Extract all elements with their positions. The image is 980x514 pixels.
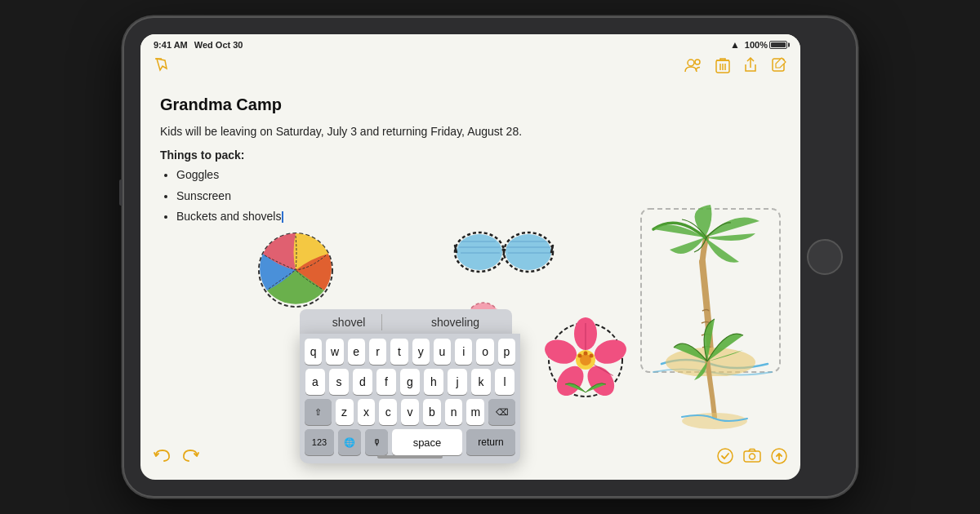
key-numbers[interactable]: 123: [305, 429, 334, 455]
key-v[interactable]: v: [401, 399, 419, 425]
cursor-tool[interactable]: [154, 57, 170, 78]
key-n[interactable]: n: [445, 399, 463, 425]
undo-button[interactable]: [154, 448, 172, 468]
key-r[interactable]: r: [369, 339, 386, 365]
home-indicator: [377, 455, 443, 459]
svg-point-41: [590, 354, 594, 358]
key-c[interactable]: c: [379, 399, 397, 425]
keyboard-bottom-row: 123 🌐 🎙 space return: [305, 429, 515, 455]
keyboard-row-2: a s d f g h j k l: [305, 369, 515, 395]
key-q[interactable]: q: [305, 339, 322, 365]
svg-point-43: [718, 449, 733, 463]
key-y[interactable]: y: [412, 339, 430, 365]
svg-point-1: [695, 60, 700, 64]
key-i[interactable]: i: [455, 339, 472, 365]
key-shift[interactable]: ⇧: [305, 399, 332, 425]
notes-toolbar: [140, 54, 800, 82]
key-w[interactable]: w: [326, 339, 343, 365]
toolbar-actions: [684, 57, 787, 78]
key-z[interactable]: z: [336, 399, 354, 425]
delete-button[interactable]: [715, 57, 730, 78]
key-f[interactable]: f: [376, 369, 396, 395]
bottom-toolbar-left: [154, 448, 199, 468]
autocorrect-bar: shovel shoveling: [300, 309, 512, 335]
bottom-toolbar-right: [717, 448, 787, 468]
key-o[interactable]: o: [476, 339, 493, 365]
keyboard-row-3: ⇧ z x c v b n m ⌫: [305, 399, 515, 425]
key-mic[interactable]: 🎙: [365, 429, 388, 455]
share-people-button[interactable]: [684, 58, 702, 77]
side-button[interactable]: [119, 179, 122, 206]
sticker-sunglasses: [451, 221, 557, 282]
key-l[interactable]: l: [495, 369, 514, 395]
status-right: ▲ 100%: [730, 39, 787, 51]
sticker-flower: [541, 311, 630, 401]
ipad-screen: 9:41 AM Wed Oct 30 ▲ 100%: [140, 34, 800, 480]
svg-point-0: [688, 60, 694, 66]
key-space[interactable]: space: [392, 429, 462, 455]
key-g[interactable]: g: [400, 369, 420, 395]
cursor-icon: [154, 57, 170, 73]
key-return[interactable]: return: [466, 429, 515, 455]
wifi-icon: ▲: [730, 39, 740, 51]
main-content: Grandma Camp Kids will be leaving on Sat…: [140, 82, 800, 480]
checkmark-button[interactable]: [717, 448, 733, 468]
compose-button[interactable]: [771, 57, 787, 78]
battery-fill: [771, 42, 786, 47]
svg-point-11: [457, 234, 502, 270]
battery-indicator: 100%: [745, 40, 787, 50]
date-display: Wed Oct 30: [194, 40, 243, 50]
key-d[interactable]: d: [353, 369, 372, 395]
note-body: Kids will be leaving on Saturday, July 3…: [160, 122, 781, 140]
svg-point-45: [750, 454, 755, 459]
key-x[interactable]: x: [358, 399, 376, 425]
key-j[interactable]: j: [448, 369, 467, 395]
key-t[interactable]: t: [390, 339, 408, 365]
keyboard-row-1: q w e r t y u i o p: [305, 339, 515, 365]
battery-bar: [769, 41, 787, 49]
pack-label: Things to pack:: [160, 148, 781, 162]
camera-button[interactable]: [743, 448, 761, 468]
list-item-sunscreen: Sunscreen: [176, 186, 781, 206]
status-left: 9:41 AM Wed Oct 30: [154, 40, 243, 50]
key-e[interactable]: e: [348, 339, 365, 365]
key-m[interactable]: m: [466, 399, 484, 425]
svg-point-12: [506, 234, 551, 270]
list-item-goggles: Goggles: [176, 165, 781, 185]
autocorrect-shoveling[interactable]: shoveling: [415, 314, 486, 330]
keyboard: q w e r t y u i o p a s d f g: [300, 334, 520, 463]
key-p[interactable]: p: [498, 339, 515, 365]
battery-percent: 100%: [745, 40, 768, 50]
svg-rect-44: [744, 451, 760, 462]
key-delete[interactable]: ⌫: [488, 399, 515, 425]
arrow-button[interactable]: [771, 448, 787, 468]
svg-point-40: [578, 354, 582, 358]
share-button[interactable]: [743, 57, 758, 78]
key-k[interactable]: k: [471, 369, 491, 395]
redo-button[interactable]: [181, 448, 199, 468]
key-s[interactable]: s: [329, 369, 349, 395]
key-a[interactable]: a: [305, 369, 325, 395]
key-b[interactable]: b: [423, 399, 441, 425]
status-bar: 9:41 AM Wed Oct 30 ▲ 100%: [140, 34, 800, 54]
key-h[interactable]: h: [424, 369, 443, 395]
home-button[interactable]: [807, 239, 843, 275]
key-u[interactable]: u: [434, 339, 451, 365]
ipad-device: 9:41 AM Wed Oct 30 ▲ 100%: [122, 16, 858, 498]
time-display: 9:41 AM: [154, 40, 188, 50]
autocorrect-shovel[interactable]: shovel: [326, 314, 382, 330]
sticker-beachball: [255, 229, 336, 311]
sticker-palm-small: [662, 311, 768, 425]
svg-point-39: [584, 352, 588, 356]
key-globe[interactable]: 🌐: [338, 429, 361, 455]
note-title: Grandma Camp: [160, 95, 781, 114]
svg-point-31: [591, 336, 630, 368]
svg-point-34: [541, 336, 580, 368]
